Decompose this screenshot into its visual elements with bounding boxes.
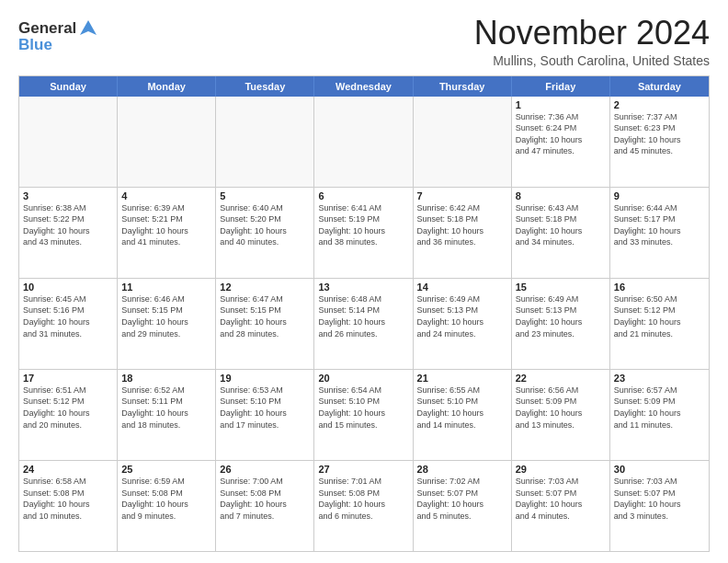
day-number: 9 — [614, 190, 705, 201]
calendar-body: 1Sunrise: 7:36 AM Sunset: 6:24 PM Daylig… — [19, 97, 709, 551]
day-number: 21 — [417, 373, 507, 384]
day-number: 10 — [23, 282, 113, 293]
day-number: 13 — [318, 282, 408, 293]
day-number: 22 — [516, 373, 606, 384]
day-info: Sunrise: 6:45 AM Sunset: 5:16 PM Dayligh… — [23, 293, 113, 339]
day-number: 8 — [516, 190, 606, 201]
day-info: Sunrise: 6:49 AM Sunset: 5:13 PM Dayligh… — [516, 293, 606, 339]
calendar-cell-r3-c1: 18Sunrise: 6:52 AM Sunset: 5:11 PM Dayli… — [118, 370, 216, 460]
calendar-cell-r3-c0: 17Sunrise: 6:51 AM Sunset: 5:12 PM Dayli… — [19, 370, 118, 460]
day-info: Sunrise: 6:50 AM Sunset: 5:12 PM Dayligh… — [614, 293, 705, 339]
calendar-cell-r0-c4 — [414, 97, 512, 187]
calendar-cell-r1-c6: 9Sunrise: 6:44 AM Sunset: 5:17 PM Daylig… — [610, 188, 709, 278]
day-number: 26 — [220, 464, 310, 475]
calendar-cell-r2-c3: 13Sunrise: 6:48 AM Sunset: 5:14 PM Dayli… — [314, 279, 413, 369]
logo-icon — [78, 18, 98, 39]
day-number: 2 — [614, 99, 705, 110]
day-number: 1 — [516, 99, 606, 110]
logo-blue-text: Blue — [18, 36, 98, 54]
day-info: Sunrise: 6:53 AM Sunset: 5:10 PM Dayligh… — [220, 385, 310, 431]
day-number: 29 — [516, 464, 606, 475]
calendar-cell-r2-c2: 12Sunrise: 6:47 AM Sunset: 5:15 PM Dayli… — [216, 279, 314, 369]
day-info: Sunrise: 6:42 AM Sunset: 5:18 PM Dayligh… — [417, 202, 507, 248]
calendar-cell-r3-c4: 21Sunrise: 6:55 AM Sunset: 5:10 PM Dayli… — [414, 370, 512, 460]
day-number: 7 — [417, 190, 507, 201]
calendar-cell-r3-c2: 19Sunrise: 6:53 AM Sunset: 5:10 PM Dayli… — [216, 370, 314, 460]
day-number: 23 — [614, 373, 705, 384]
calendar-cell-r1-c0: 3Sunrise: 6:38 AM Sunset: 5:22 PM Daylig… — [19, 188, 118, 278]
calendar-cell-r4-c1: 25Sunrise: 6:59 AM Sunset: 5:08 PM Dayli… — [118, 461, 216, 551]
day-info: Sunrise: 6:40 AM Sunset: 5:20 PM Dayligh… — [220, 202, 310, 248]
calendar-cell-r2-c6: 16Sunrise: 6:50 AM Sunset: 5:12 PM Dayli… — [610, 279, 709, 369]
day-number: 20 — [318, 373, 408, 384]
calendar-cell-r0-c5: 1Sunrise: 7:36 AM Sunset: 6:24 PM Daylig… — [512, 97, 610, 187]
calendar-row-0: 1Sunrise: 7:36 AM Sunset: 6:24 PM Daylig… — [19, 97, 709, 187]
header-sunday: Sunday — [19, 76, 118, 97]
calendar-cell-r4-c4: 28Sunrise: 7:02 AM Sunset: 5:07 PM Dayli… — [414, 461, 512, 551]
calendar-cell-r4-c0: 24Sunrise: 6:58 AM Sunset: 5:08 PM Dayli… — [19, 461, 118, 551]
day-info: Sunrise: 6:54 AM Sunset: 5:10 PM Dayligh… — [318, 385, 408, 431]
day-info: Sunrise: 7:02 AM Sunset: 5:07 PM Dayligh… — [417, 476, 507, 522]
day-info: Sunrise: 7:03 AM Sunset: 5:07 PM Dayligh… — [516, 476, 606, 522]
header-monday: Monday — [118, 76, 216, 97]
day-number: 16 — [614, 282, 705, 293]
day-number: 25 — [121, 464, 211, 475]
calendar-row-3: 17Sunrise: 6:51 AM Sunset: 5:12 PM Dayli… — [19, 369, 709, 460]
day-number: 27 — [318, 464, 408, 475]
page: General Blue November 2024 Mullins, Sout… — [0, 0, 728, 563]
day-info: Sunrise: 6:52 AM Sunset: 5:11 PM Dayligh… — [121, 385, 211, 431]
day-info: Sunrise: 7:37 AM Sunset: 6:23 PM Dayligh… — [614, 111, 705, 157]
day-info: Sunrise: 6:39 AM Sunset: 5:21 PM Dayligh… — [121, 202, 211, 248]
logo: General Blue — [18, 18, 98, 54]
calendar-row-1: 3Sunrise: 6:38 AM Sunset: 5:22 PM Daylig… — [19, 187, 709, 278]
day-info: Sunrise: 6:57 AM Sunset: 5:09 PM Dayligh… — [614, 385, 705, 431]
day-number: 15 — [516, 282, 606, 293]
day-info: Sunrise: 6:58 AM Sunset: 5:08 PM Dayligh… — [23, 476, 113, 522]
calendar-cell-r0-c1 — [118, 97, 216, 187]
calendar-cell-r1-c2: 5Sunrise: 6:40 AM Sunset: 5:20 PM Daylig… — [216, 188, 314, 278]
header-tuesday: Tuesday — [216, 76, 314, 97]
day-info: Sunrise: 7:00 AM Sunset: 5:08 PM Dayligh… — [220, 476, 310, 522]
day-info: Sunrise: 6:38 AM Sunset: 5:22 PM Dayligh… — [23, 202, 113, 248]
calendar-row-4: 24Sunrise: 6:58 AM Sunset: 5:08 PM Dayli… — [19, 460, 709, 551]
calendar-row-2: 10Sunrise: 6:45 AM Sunset: 5:16 PM Dayli… — [19, 278, 709, 369]
day-number: 6 — [318, 190, 408, 201]
day-info: Sunrise: 6:56 AM Sunset: 5:09 PM Dayligh… — [516, 385, 606, 431]
calendar-cell-r0-c0 — [19, 97, 118, 187]
day-number: 28 — [417, 464, 507, 475]
title-block: November 2024 Mullins, South Carolina, U… — [474, 15, 710, 68]
calendar-cell-r2-c4: 14Sunrise: 6:49 AM Sunset: 5:13 PM Dayli… — [414, 279, 512, 369]
header-friday: Friday — [512, 76, 610, 97]
calendar-cell-r3-c5: 22Sunrise: 6:56 AM Sunset: 5:09 PM Dayli… — [512, 370, 610, 460]
day-number: 17 — [23, 373, 113, 384]
calendar-cell-r2-c5: 15Sunrise: 6:49 AM Sunset: 5:13 PM Dayli… — [512, 279, 610, 369]
calendar-cell-r1-c1: 4Sunrise: 6:39 AM Sunset: 5:21 PM Daylig… — [118, 188, 216, 278]
day-number: 18 — [121, 373, 211, 384]
day-number: 19 — [220, 373, 310, 384]
day-info: Sunrise: 6:59 AM Sunset: 5:08 PM Dayligh… — [121, 476, 211, 522]
day-info: Sunrise: 7:01 AM Sunset: 5:08 PM Dayligh… — [318, 476, 408, 522]
day-number: 4 — [121, 190, 211, 201]
day-info: Sunrise: 6:43 AM Sunset: 5:18 PM Dayligh… — [516, 202, 606, 248]
day-info: Sunrise: 6:48 AM Sunset: 5:14 PM Dayligh… — [318, 293, 408, 339]
logo-general-text: General — [18, 19, 76, 38]
day-info: Sunrise: 7:03 AM Sunset: 5:07 PM Dayligh… — [614, 476, 705, 522]
day-number: 30 — [614, 464, 705, 475]
day-number: 14 — [417, 282, 507, 293]
calendar-cell-r0-c3 — [314, 97, 413, 187]
day-info: Sunrise: 6:44 AM Sunset: 5:17 PM Dayligh… — [614, 202, 705, 248]
day-info: Sunrise: 6:55 AM Sunset: 5:10 PM Dayligh… — [417, 385, 507, 431]
day-info: Sunrise: 6:47 AM Sunset: 5:15 PM Dayligh… — [220, 293, 310, 339]
day-number: 12 — [220, 282, 310, 293]
calendar-cell-r4-c6: 30Sunrise: 7:03 AM Sunset: 5:07 PM Dayli… — [610, 461, 709, 551]
day-info: Sunrise: 6:41 AM Sunset: 5:19 PM Dayligh… — [318, 202, 408, 248]
day-number: 11 — [121, 282, 211, 293]
calendar-cell-r1-c5: 8Sunrise: 6:43 AM Sunset: 5:18 PM Daylig… — [512, 188, 610, 278]
month-title: November 2024 — [474, 15, 710, 52]
day-info: Sunrise: 7:36 AM Sunset: 6:24 PM Dayligh… — [516, 111, 606, 157]
location-subtitle: Mullins, South Carolina, United States — [474, 53, 710, 68]
day-info: Sunrise: 6:49 AM Sunset: 5:13 PM Dayligh… — [417, 293, 507, 339]
day-info: Sunrise: 6:51 AM Sunset: 5:12 PM Dayligh… — [23, 385, 113, 431]
calendar-cell-r2-c1: 11Sunrise: 6:46 AM Sunset: 5:15 PM Dayli… — [118, 279, 216, 369]
calendar-cell-r4-c5: 29Sunrise: 7:03 AM Sunset: 5:07 PM Dayli… — [512, 461, 610, 551]
